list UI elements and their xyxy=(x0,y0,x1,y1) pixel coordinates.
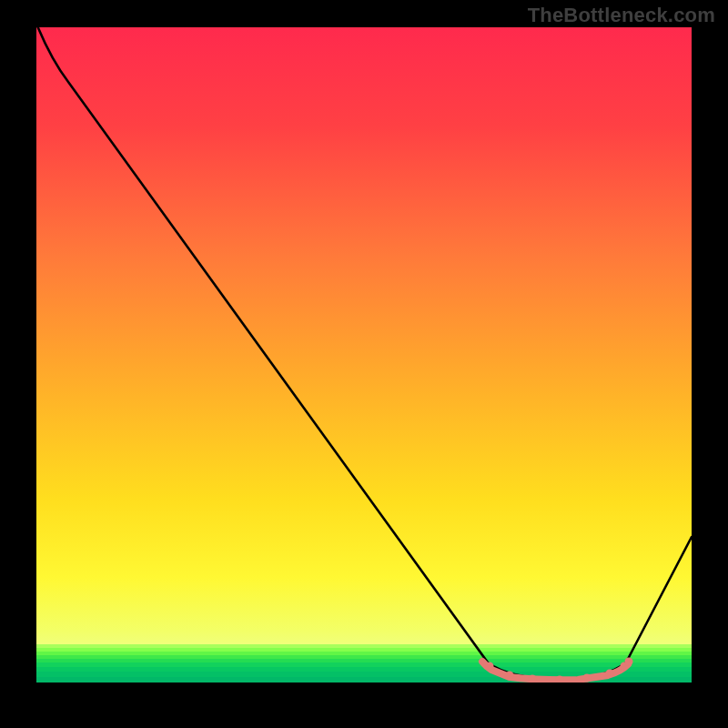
svg-point-10 xyxy=(486,662,494,671)
svg-point-14 xyxy=(583,674,592,682)
svg-point-15 xyxy=(606,670,614,678)
svg-point-11 xyxy=(506,672,514,680)
curve-overlay xyxy=(36,27,692,682)
chart-container: TheBottleneck.com xyxy=(0,0,728,728)
plot-area xyxy=(36,27,692,682)
watermark-text: TheBottleneck.com xyxy=(528,4,715,27)
svg-point-17 xyxy=(625,658,633,666)
